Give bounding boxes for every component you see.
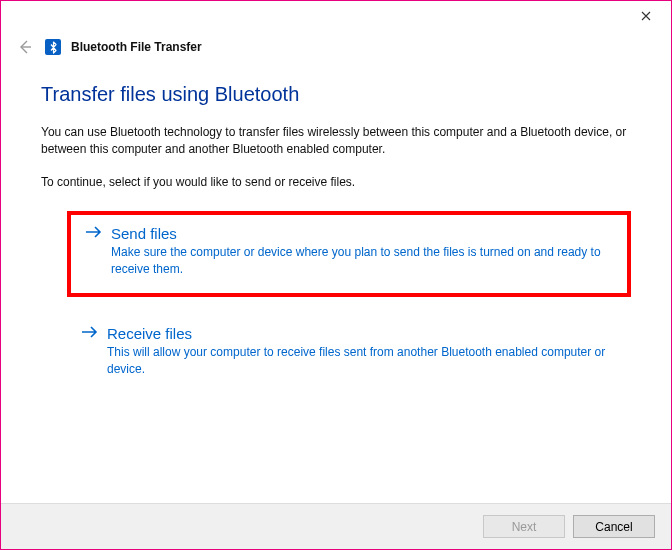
close-button[interactable]: [625, 2, 667, 30]
page-heading: Transfer files using Bluetooth: [41, 83, 631, 106]
instruction-text: To continue, select if you would like to…: [41, 175, 631, 189]
window-titlebar: [625, 1, 671, 31]
arrow-right-icon: [81, 325, 99, 342]
option-title: Receive files: [107, 325, 192, 342]
back-button[interactable]: [15, 37, 35, 57]
option-desc: Make sure the computer or device where y…: [111, 244, 613, 279]
close-icon: [641, 11, 651, 21]
cancel-button[interactable]: Cancel: [573, 515, 655, 538]
arrow-right-icon: [85, 225, 103, 242]
wizard-header: Bluetooth File Transfer: [15, 37, 202, 57]
wizard-footer: Next Cancel: [1, 503, 671, 549]
option-title: Send files: [111, 225, 177, 242]
wizard-content: Transfer files using Bluetooth You can u…: [41, 83, 631, 410]
option-send-files[interactable]: Send files Make sure the computer or dev…: [67, 211, 631, 297]
wizard-title: Bluetooth File Transfer: [71, 40, 202, 54]
option-receive-files[interactable]: Receive files This will allow your compu…: [67, 315, 631, 393]
option-header: Receive files: [81, 325, 617, 342]
intro-text: You can use Bluetooth technology to tran…: [41, 124, 631, 159]
next-button: Next: [483, 515, 565, 538]
option-header: Send files: [85, 225, 613, 242]
back-arrow-icon: [17, 39, 33, 55]
option-desc: This will allow your computer to receive…: [107, 344, 617, 379]
bluetooth-icon: [45, 39, 61, 55]
